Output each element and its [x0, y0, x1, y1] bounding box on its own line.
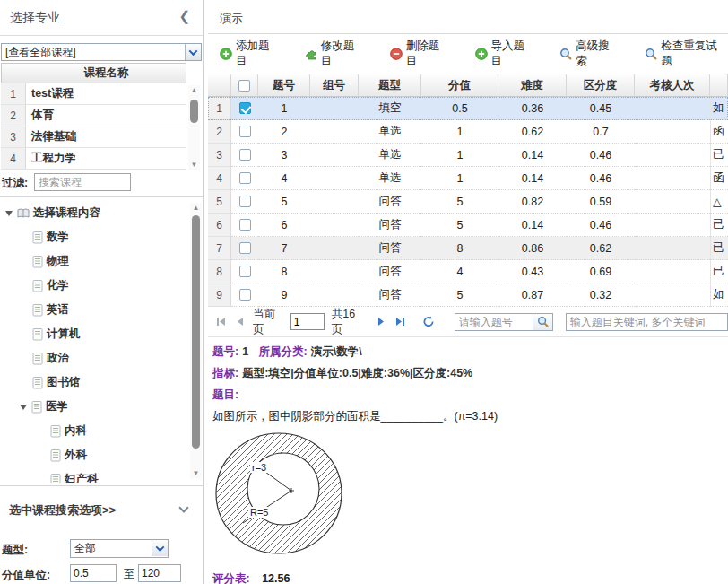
tree-item-medicine[interactable]: 医学	[0, 395, 188, 419]
question-table-header: 题号 组号 题型 分值 难度 区分度 考核人次	[208, 74, 728, 97]
collapse-panel-icon[interactable]: ❮	[178, 8, 190, 24]
category-value: 演示\数学\	[311, 345, 362, 358]
row-checkbox[interactable]	[239, 149, 251, 161]
tree-root-course-content[interactable]: 选择课程内容	[0, 201, 188, 225]
tree-scrollbar[interactable]: ▲ ▼	[190, 203, 202, 479]
inner-radius-label: r=3	[252, 462, 266, 473]
tree-item-english[interactable]: 英语	[0, 298, 188, 322]
add-question-button[interactable]: 添加题目	[220, 39, 281, 69]
row-checkbox[interactable]	[239, 289, 251, 301]
table-row[interactable]: 5 5 问答 5 0.82 0.59 △	[208, 190, 728, 214]
expander-icon[interactable]	[5, 211, 13, 216]
dropdown-arrow-icon[interactable]	[185, 44, 201, 60]
document-icon	[31, 401, 42, 414]
tree-item-surgery[interactable]: 外科	[0, 443, 188, 467]
tree-item-internal-medicine[interactable]: 内科	[0, 419, 188, 443]
document-icon	[50, 449, 61, 462]
search-options-header[interactable]: 选中课程搜索选项>>	[0, 495, 204, 524]
scroll-down-icon[interactable]: ▼	[190, 468, 202, 479]
expander-icon[interactable]	[20, 405, 27, 410]
total-pages-label: 共16页	[332, 307, 363, 337]
tree-item-math[interactable]: 数学	[0, 225, 188, 249]
search-icon	[537, 316, 549, 327]
filter-label: 过滤:	[2, 176, 28, 191]
row-checkbox[interactable]	[239, 219, 251, 231]
to-label: 至	[124, 567, 135, 582]
table-row[interactable]: 8 8 问答 4 0.43 0.69 已	[208, 260, 728, 283]
tree-item-physics[interactable]: 物理	[0, 249, 188, 274]
row-checkbox[interactable]	[239, 196, 251, 207]
page-number-input[interactable]	[290, 313, 325, 330]
qid-column-header[interactable]: 题号	[258, 74, 310, 97]
metrics-label: 指标:	[212, 367, 238, 379]
refresh-icon[interactable]	[422, 316, 435, 328]
table-row[interactable]: 7 7 问答 8 0.86 0.62 已	[208, 237, 728, 260]
chevron-down-icon[interactable]	[178, 502, 188, 512]
table-row[interactable]: 6 6 问答 5 0.14 0.46 已	[208, 214, 728, 237]
scroll-up-icon[interactable]: ▲	[190, 203, 202, 214]
first-page-icon[interactable]	[215, 316, 227, 328]
tree-item-library[interactable]: 图书馆	[0, 370, 188, 395]
tab-demo[interactable]: 演示	[220, 11, 243, 27]
course-row[interactable]: 1 test课程	[1, 83, 186, 105]
dropdown-arrow-icon[interactable]	[152, 540, 168, 556]
score-max-input[interactable]	[138, 564, 181, 582]
course-filter-dropdown[interactable]: [查看全部课程]	[1, 43, 202, 61]
course-list-scrollbar[interactable]: ▲ ▼	[188, 85, 200, 170]
sidebar-header: 选择专业 ❮	[0, 0, 203, 36]
row-checkbox[interactable]	[239, 266, 251, 277]
table-row[interactable]: 2 2 单选 1 0.62 0.7 函	[208, 120, 728, 144]
score-column-header[interactable]: 分值	[421, 74, 498, 97]
visits-column-header[interactable]: 考核人次	[635, 74, 710, 97]
table-row[interactable]: 1 1 填空 0.5 0.36 0.45 如	[208, 97, 728, 120]
scroll-down-icon[interactable]: ▼	[188, 160, 200, 170]
score-min-input[interactable]	[70, 564, 117, 582]
search-icon	[559, 48, 572, 60]
import-question-button[interactable]: 导入题目	[475, 39, 536, 69]
check-duplicates-button[interactable]: 检查重复试题	[645, 39, 728, 69]
course-row[interactable]: 4 工程力学	[1, 148, 186, 170]
delete-question-button[interactable]: 删除题目	[390, 39, 451, 69]
tab-bar: 演示	[208, 0, 728, 34]
tree-item-chemistry[interactable]: 化学	[0, 274, 188, 298]
discrimination-column-header[interactable]: 区分度	[567, 74, 635, 97]
question-figure: r=3 R=5	[214, 431, 724, 562]
last-page-icon[interactable]	[394, 316, 406, 328]
course-table-header[interactable]: 课程名称	[1, 63, 186, 83]
question-label: 题目:	[212, 388, 724, 403]
course-row[interactable]: 3 法律基础	[1, 126, 186, 148]
table-row[interactable]: 9 9 问答 5 0.87 0.32 如	[208, 283, 728, 307]
question-id-search-input[interactable]	[455, 313, 533, 331]
tree-item-obstetrics[interactable]: 妇产科	[0, 467, 188, 483]
score-table-label: 评分表:	[212, 572, 250, 584]
course-name-column-header[interactable]: 课程名称	[27, 64, 186, 83]
table-row[interactable]: 3 3 单选 1 0.14 0.46 已	[208, 144, 728, 167]
course-search-input[interactable]	[34, 173, 131, 191]
search-button[interactable]	[533, 313, 553, 331]
difficulty-column-header[interactable]: 难度	[498, 74, 567, 97]
select-all-checkbox[interactable]	[238, 80, 250, 92]
metrics-value: 题型:填空|分值单位:0.5|难度:36%|区分度:45%	[242, 367, 472, 379]
prev-page-icon[interactable]	[234, 316, 246, 328]
table-row[interactable]: 4 4 单选 1 0.14 0.46 函	[208, 167, 728, 190]
row-checkbox[interactable]	[239, 172, 251, 184]
scrollbar-thumb[interactable]	[190, 100, 198, 123]
course-sidebar: 选择专业 ❮ [查看全部课程] 课程名称 1 test课程 2 体育 3 法律基…	[0, 0, 204, 584]
edit-question-button[interactable]: 修改题目	[305, 39, 366, 69]
qtype-column-header[interactable]: 题型	[359, 74, 421, 97]
row-checkbox[interactable]	[239, 242, 251, 254]
tree-item-computer[interactable]: 计算机	[0, 322, 188, 346]
tree-item-politics[interactable]: 政治	[0, 346, 188, 370]
keyword-search-input[interactable]	[566, 313, 728, 331]
scrollbar-thumb[interactable]	[192, 215, 200, 449]
row-checkbox[interactable]	[239, 102, 251, 114]
next-page-icon[interactable]	[376, 316, 387, 328]
question-list-panel: 演示 添加题目 修改题目 删除题目 导入题目 高级搜索 检查重复试题	[208, 0, 728, 584]
course-content-tree: 选择课程内容 数学 物理 化学 英语 计算机 政治 图书馆	[0, 201, 188, 483]
row-checkbox[interactable]	[239, 126, 251, 137]
scroll-up-icon[interactable]: ▲	[188, 85, 200, 96]
group-column-header[interactable]: 组号	[310, 74, 359, 97]
advanced-search-button[interactable]: 高级搜索	[559, 39, 620, 69]
question-type-select[interactable]: 全部	[70, 539, 169, 558]
course-row[interactable]: 2 体育	[1, 105, 186, 126]
